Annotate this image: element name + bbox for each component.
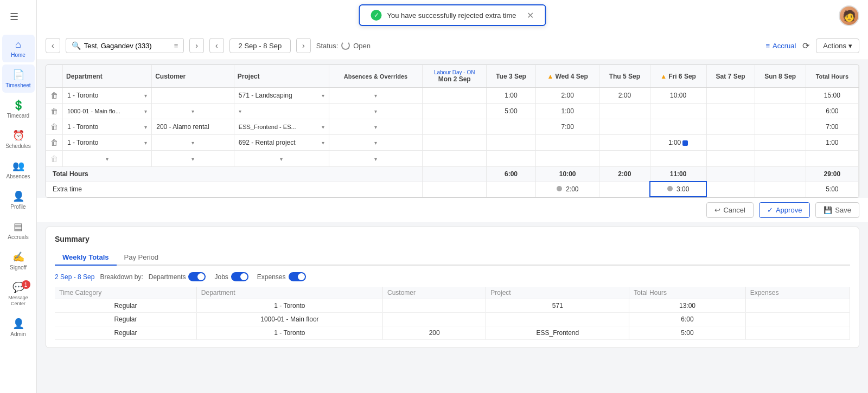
tue-cell[interactable]	[486, 135, 535, 151]
delete-row-button[interactable]: 🗑	[50, 123, 58, 131]
wed-cell[interactable]	[536, 135, 599, 151]
prev-page-button[interactable]: ‹	[46, 38, 60, 53]
sat-cell[interactable]	[706, 104, 755, 119]
mon-cell[interactable]	[423, 135, 486, 151]
wed-cell[interactable]: 1:00	[536, 104, 599, 119]
total-wed: 10:00	[536, 167, 599, 182]
fri-cell[interactable]: 10:00	[650, 88, 706, 104]
project-dropdown-icon[interactable]: ▾	[280, 156, 283, 162]
thu-cell[interactable]	[599, 135, 650, 151]
delete-row-button[interactable]: 🗑	[50, 138, 58, 147]
mon-cell[interactable]	[423, 104, 486, 119]
toggle-departments[interactable]: Departments	[149, 272, 206, 281]
toggle-expenses[interactable]: Expenses	[257, 272, 306, 281]
absences-dropdown-icon[interactable]: ▾	[374, 124, 377, 130]
sat-cell[interactable]	[706, 151, 755, 167]
sun-cell[interactable]	[755, 104, 806, 119]
timecard-icon: 💲	[12, 99, 24, 111]
sun-cell[interactable]	[755, 151, 806, 167]
dept-dropdown-icon[interactable]: ▾	[144, 108, 147, 114]
approve-button[interactable]: ✓ Approve	[759, 202, 810, 218]
sidebar-item-schedules[interactable]: ⏰ Schedules	[2, 125, 35, 153]
tue-cell[interactable]: 1:00	[486, 88, 535, 104]
user-avatar[interactable]: 🧑	[839, 5, 859, 26]
delete-row-button[interactable]: 🗑	[50, 107, 58, 115]
absences-dropdown-icon[interactable]: ▾	[374, 108, 377, 114]
departments-toggle-switch[interactable]	[188, 272, 206, 281]
fri-cell[interactable]: 1:00	[650, 135, 706, 151]
cancel-button[interactable]: ↩ Cancel	[706, 202, 753, 218]
sidebar-item-signoff[interactable]: ✍ Signoff	[2, 247, 35, 275]
absences-dropdown-icon[interactable]: ▾	[374, 140, 377, 146]
thu-cell[interactable]: 2:00	[599, 88, 650, 104]
sat-cell[interactable]	[706, 119, 755, 135]
sun-cell[interactable]	[755, 119, 806, 135]
sidebar-item-timecard[interactable]: 💲 Timecard	[2, 95, 35, 123]
project-dropdown-icon[interactable]: ▾	[322, 93, 324, 99]
jobs-toggle-switch[interactable]	[231, 272, 248, 281]
date-range-display: 2 Sep - 8 Sep	[229, 38, 291, 53]
delete-row-button[interactable]: 🗑	[50, 154, 58, 163]
fri-cell[interactable]	[650, 104, 706, 119]
sat-cell[interactable]	[706, 88, 755, 104]
prev-date-button[interactable]: ‹	[209, 38, 224, 53]
sidebar-item-home[interactable]: ⌂ Home	[2, 35, 35, 62]
thu-cell[interactable]	[599, 104, 650, 119]
search-input[interactable]	[84, 42, 171, 50]
mon-cell[interactable]	[423, 151, 486, 167]
project-dropdown-icon[interactable]: ▾	[322, 124, 324, 130]
expenses-toggle-switch[interactable]	[289, 272, 306, 281]
accrual-button[interactable]: ≡ Accrual	[765, 42, 796, 50]
timesheet-table: Department Customer Project Absences & O…	[46, 65, 859, 197]
fri-cell[interactable]	[650, 119, 706, 135]
sun-cell[interactable]	[755, 88, 806, 104]
dept-dropdown-icon[interactable]: ▾	[144, 93, 147, 99]
dept-dropdown-icon[interactable]: ▾	[106, 156, 108, 162]
tue-cell[interactable]: 5:00	[486, 104, 535, 119]
thu-cell[interactable]	[599, 119, 650, 135]
toggle-jobs[interactable]: Jobs	[214, 272, 248, 281]
project-dropdown-icon[interactable]: ▾	[239, 108, 241, 114]
absences-dropdown-icon[interactable]: ▾	[374, 156, 377, 162]
thu-cell[interactable]	[599, 151, 650, 167]
sidebar-item-profile[interactable]: 👤 Profile	[2, 186, 35, 214]
absences-dropdown-icon[interactable]: ▾	[374, 93, 377, 99]
project-dropdown-icon[interactable]: ▾	[322, 140, 324, 146]
tab-weekly-totals[interactable]: Weekly Totals	[55, 250, 117, 266]
delete-row-button[interactable]: 🗑	[50, 91, 58, 100]
sidebar: ☰ ⌂ Home 📄 Timesheet 💲 Timecard ⏰ Schedu…	[0, 0, 37, 393]
refresh-button[interactable]: ⟳	[802, 41, 809, 51]
sidebar-item-admin[interactable]: 👤 Admin	[2, 313, 35, 342]
actions-button[interactable]: Actions ▾	[816, 38, 859, 53]
wed-cell[interactable]	[536, 151, 599, 167]
grey-dot-icon	[557, 186, 562, 191]
customer-dropdown-icon[interactable]: ▾	[192, 140, 194, 146]
sat-cell[interactable]	[706, 135, 755, 151]
sidebar-item-timesheet[interactable]: 📄 Timesheet	[2, 65, 35, 93]
tab-pay-period[interactable]: Pay Period	[117, 250, 167, 266]
mon-cell[interactable]	[423, 88, 486, 104]
notification-close-button[interactable]: ✕	[527, 10, 534, 21]
search-box[interactable]: 🔍 ≡	[66, 38, 184, 53]
hamburger-icon[interactable]: ☰	[0, 5, 24, 28]
save-button[interactable]: 💾 Save	[815, 202, 859, 218]
cancel-icon: ↩	[714, 206, 720, 214]
dept-dropdown-icon[interactable]: ▾	[144, 140, 147, 146]
sidebar-item-absences[interactable]: 👥 Absences	[2, 156, 35, 184]
tue-cell[interactable]	[486, 119, 535, 135]
filter-icon[interactable]: ≡	[174, 42, 178, 50]
mon-cell[interactable]	[423, 119, 486, 135]
next-date-button[interactable]: ›	[296, 38, 311, 53]
wed-cell[interactable]: 2:00	[536, 88, 599, 104]
next-search-button[interactable]: ›	[189, 38, 204, 53]
customer-dropdown-icon[interactable]: ▾	[192, 156, 194, 162]
sidebar-item-accruals[interactable]: ▤ Accruals	[2, 216, 35, 244]
th-sat: Sat 7 Sep	[706, 65, 755, 88]
sun-cell[interactable]	[755, 135, 806, 151]
customer-dropdown-icon[interactable]: ▾	[192, 108, 194, 114]
dept-dropdown-icon[interactable]: ▾	[144, 124, 147, 130]
tue-cell[interactable]	[486, 151, 535, 167]
sidebar-item-message-center[interactable]: 💬 1 Message Center	[2, 277, 35, 311]
fri-cell[interactable]	[650, 151, 706, 167]
wed-cell[interactable]: 7:00	[536, 119, 599, 135]
